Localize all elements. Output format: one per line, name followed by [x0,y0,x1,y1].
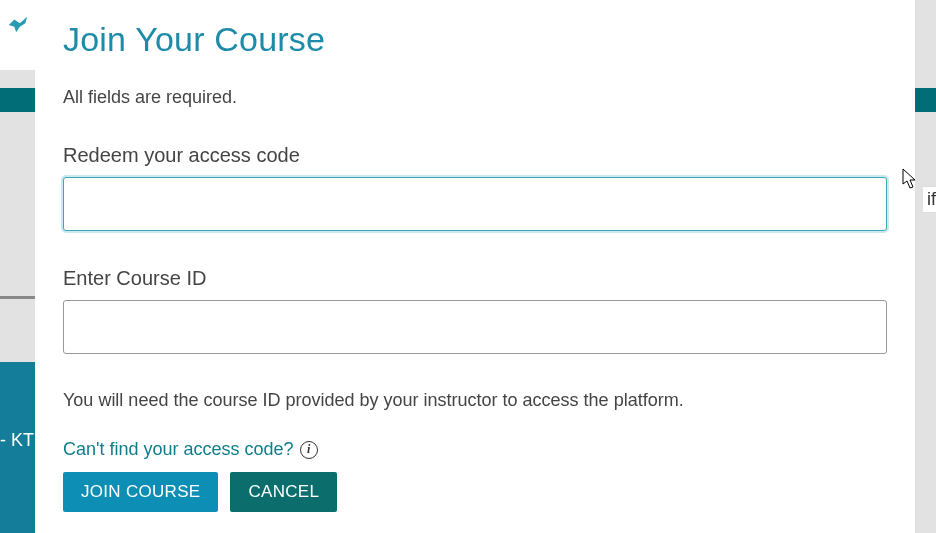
access-code-field-group: Redeem your access code [63,144,887,231]
bg-divider [0,296,40,299]
info-icon[interactable]: i [300,441,318,459]
join-course-modal: Join Your Course All fields are required… [35,0,915,533]
help-link-row: Can't find your access code? i [63,439,887,460]
join-course-button[interactable]: JOIN COURSE [63,472,218,512]
brand-logo [0,0,35,70]
find-access-code-link[interactable]: Can't find your access code? [63,439,294,460]
required-note: All fields are required. [63,87,887,108]
helper-text: You will need the course ID provided by … [63,390,887,411]
page-title: Join Your Course [63,20,887,59]
course-id-label: Enter Course ID [63,267,887,290]
access-code-label: Redeem your access code [63,144,887,167]
cancel-button[interactable]: CANCEL [230,472,337,512]
course-id-input[interactable] [63,300,887,354]
button-row: JOIN COURSE CANCEL [63,472,887,512]
bg-text-left: - KT [0,430,34,451]
course-id-field-group: Enter Course ID [63,267,887,354]
bg-text-right: if [923,186,936,213]
access-code-input[interactable] [63,177,887,231]
bird-icon [7,14,29,36]
